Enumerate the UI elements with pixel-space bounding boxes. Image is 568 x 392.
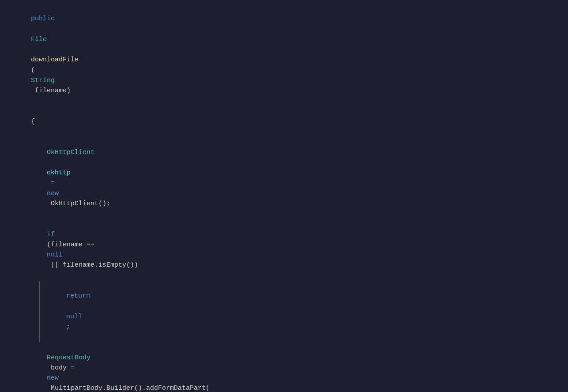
code-editor: public File downloadFile ( String filena…: [0, 0, 568, 392]
code-line-3: OkHttpClient okhttp = new OkHttpClient()…: [16, 137, 568, 219]
code-line-1: public File downloadFile ( String filena…: [0, 4, 568, 106]
code-line-2: {: [0, 106, 568, 137]
code-line-6: RequestBody body = new MultipartBody.Bui…: [16, 342, 568, 392]
code-line-4: if (filename == null || filename.isEmpty…: [16, 219, 568, 281]
code-line-5: return null ;: [32, 281, 568, 343]
